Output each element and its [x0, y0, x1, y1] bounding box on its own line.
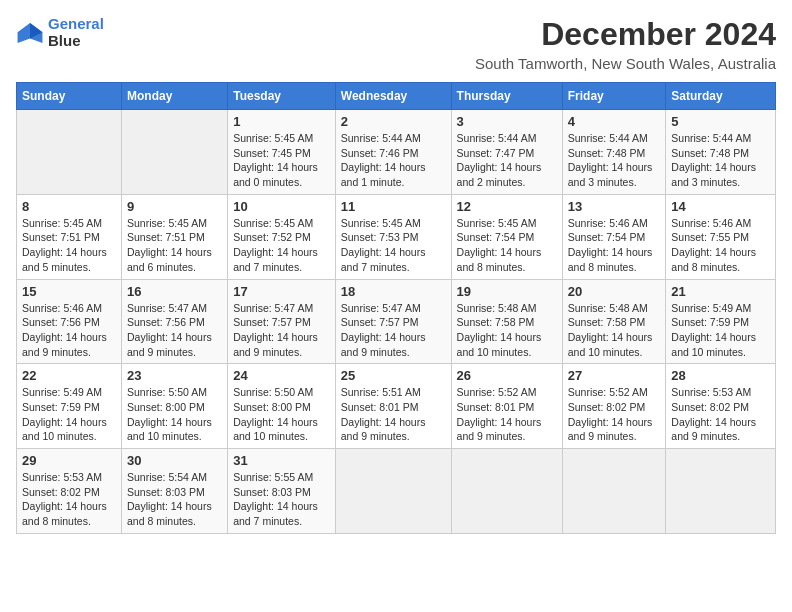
calendar-cell: [17, 110, 122, 195]
calendar-cell: 27 Sunrise: 5:52 AMSunset: 8:02 PMDaylig…: [562, 364, 666, 449]
cell-info: Sunrise: 5:44 AMSunset: 7:48 PMDaylight:…: [671, 131, 770, 190]
calendar-cell: [122, 110, 228, 195]
date-number: 4: [568, 114, 661, 129]
cell-info: Sunrise: 5:47 AMSunset: 7:56 PMDaylight:…: [127, 301, 222, 360]
week-row-3: 15 Sunrise: 5:46 AMSunset: 7:56 PMDaylig…: [17, 279, 776, 364]
header-cell-friday: Friday: [562, 83, 666, 110]
title-area: December 2024 South Tamworth, New South …: [475, 16, 776, 72]
date-number: 24: [233, 368, 330, 383]
calendar-cell: 30 Sunrise: 5:54 AMSunset: 8:03 PMDaylig…: [122, 449, 228, 534]
header-cell-sunday: Sunday: [17, 83, 122, 110]
cell-info: Sunrise: 5:52 AMSunset: 8:01 PMDaylight:…: [457, 385, 557, 444]
cell-info: Sunrise: 5:53 AMSunset: 8:02 PMDaylight:…: [22, 470, 116, 529]
cell-info: Sunrise: 5:48 AMSunset: 7:58 PMDaylight:…: [457, 301, 557, 360]
date-number: 23: [127, 368, 222, 383]
calendar-cell: 9 Sunrise: 5:45 AMSunset: 7:51 PMDayligh…: [122, 194, 228, 279]
cell-info: Sunrise: 5:44 AMSunset: 7:47 PMDaylight:…: [457, 131, 557, 190]
date-number: 11: [341, 199, 446, 214]
date-number: 30: [127, 453, 222, 468]
date-number: 2: [341, 114, 446, 129]
subtitle: South Tamworth, New South Wales, Austral…: [475, 55, 776, 72]
cell-info: Sunrise: 5:48 AMSunset: 7:58 PMDaylight:…: [568, 301, 661, 360]
calendar-cell: 21 Sunrise: 5:49 AMSunset: 7:59 PMDaylig…: [666, 279, 776, 364]
date-number: 22: [22, 368, 116, 383]
date-number: 1: [233, 114, 330, 129]
calendar-cell: 3 Sunrise: 5:44 AMSunset: 7:47 PMDayligh…: [451, 110, 562, 195]
cell-info: Sunrise: 5:44 AMSunset: 7:48 PMDaylight:…: [568, 131, 661, 190]
header-cell-saturday: Saturday: [666, 83, 776, 110]
calendar-cell: 19 Sunrise: 5:48 AMSunset: 7:58 PMDaylig…: [451, 279, 562, 364]
date-number: 13: [568, 199, 661, 214]
calendar-cell: 5 Sunrise: 5:44 AMSunset: 7:48 PMDayligh…: [666, 110, 776, 195]
calendar-table: SundayMondayTuesdayWednesdayThursdayFrid…: [16, 82, 776, 534]
date-number: 27: [568, 368, 661, 383]
week-row-4: 22 Sunrise: 5:49 AMSunset: 7:59 PMDaylig…: [17, 364, 776, 449]
cell-info: Sunrise: 5:54 AMSunset: 8:03 PMDaylight:…: [127, 470, 222, 529]
week-row-2: 8 Sunrise: 5:45 AMSunset: 7:51 PMDayligh…: [17, 194, 776, 279]
date-number: 20: [568, 284, 661, 299]
calendar-cell: 12 Sunrise: 5:45 AMSunset: 7:54 PMDaylig…: [451, 194, 562, 279]
cell-info: Sunrise: 5:50 AMSunset: 8:00 PMDaylight:…: [127, 385, 222, 444]
calendar-cell: [562, 449, 666, 534]
cell-info: Sunrise: 5:45 AMSunset: 7:53 PMDaylight:…: [341, 216, 446, 275]
calendar-cell: 2 Sunrise: 5:44 AMSunset: 7:46 PMDayligh…: [335, 110, 451, 195]
header-cell-tuesday: Tuesday: [228, 83, 336, 110]
calendar-cell: 22 Sunrise: 5:49 AMSunset: 7:59 PMDaylig…: [17, 364, 122, 449]
date-number: 12: [457, 199, 557, 214]
calendar-cell: 23 Sunrise: 5:50 AMSunset: 8:00 PMDaylig…: [122, 364, 228, 449]
cell-info: Sunrise: 5:45 AMSunset: 7:51 PMDaylight:…: [22, 216, 116, 275]
date-number: 14: [671, 199, 770, 214]
cell-info: Sunrise: 5:46 AMSunset: 7:54 PMDaylight:…: [568, 216, 661, 275]
date-number: 31: [233, 453, 330, 468]
date-number: 16: [127, 284, 222, 299]
calendar-cell: 25 Sunrise: 5:51 AMSunset: 8:01 PMDaylig…: [335, 364, 451, 449]
cell-info: Sunrise: 5:49 AMSunset: 7:59 PMDaylight:…: [22, 385, 116, 444]
cell-info: Sunrise: 5:52 AMSunset: 8:02 PMDaylight:…: [568, 385, 661, 444]
calendar-cell: 20 Sunrise: 5:48 AMSunset: 7:58 PMDaylig…: [562, 279, 666, 364]
date-number: 18: [341, 284, 446, 299]
cell-info: Sunrise: 5:45 AMSunset: 7:54 PMDaylight:…: [457, 216, 557, 275]
calendar-cell: 26 Sunrise: 5:52 AMSunset: 8:01 PMDaylig…: [451, 364, 562, 449]
cell-info: Sunrise: 5:55 AMSunset: 8:03 PMDaylight:…: [233, 470, 330, 529]
week-row-5: 29 Sunrise: 5:53 AMSunset: 8:02 PMDaylig…: [17, 449, 776, 534]
date-number: 21: [671, 284, 770, 299]
cell-info: Sunrise: 5:45 AMSunset: 7:45 PMDaylight:…: [233, 131, 330, 190]
calendar-cell: 29 Sunrise: 5:53 AMSunset: 8:02 PMDaylig…: [17, 449, 122, 534]
date-number: 3: [457, 114, 557, 129]
calendar-cell: 13 Sunrise: 5:46 AMSunset: 7:54 PMDaylig…: [562, 194, 666, 279]
cell-info: Sunrise: 5:45 AMSunset: 7:52 PMDaylight:…: [233, 216, 330, 275]
date-number: 9: [127, 199, 222, 214]
logo-text: General Blue: [48, 16, 104, 49]
calendar-cell: 31 Sunrise: 5:55 AMSunset: 8:03 PMDaylig…: [228, 449, 336, 534]
header-cell-thursday: Thursday: [451, 83, 562, 110]
calendar-cell: 15 Sunrise: 5:46 AMSunset: 7:56 PMDaylig…: [17, 279, 122, 364]
calendar-cell: 11 Sunrise: 5:45 AMSunset: 7:53 PMDaylig…: [335, 194, 451, 279]
cell-info: Sunrise: 5:45 AMSunset: 7:51 PMDaylight:…: [127, 216, 222, 275]
logo: General Blue: [16, 16, 104, 49]
date-number: 25: [341, 368, 446, 383]
cell-info: Sunrise: 5:46 AMSunset: 7:56 PMDaylight:…: [22, 301, 116, 360]
main-title: December 2024: [475, 16, 776, 53]
header-cell-wednesday: Wednesday: [335, 83, 451, 110]
date-number: 26: [457, 368, 557, 383]
cell-info: Sunrise: 5:51 AMSunset: 8:01 PMDaylight:…: [341, 385, 446, 444]
date-number: 10: [233, 199, 330, 214]
date-number: 8: [22, 199, 116, 214]
header: General Blue December 2024 South Tamwort…: [16, 16, 776, 72]
calendar-cell: 10 Sunrise: 5:45 AMSunset: 7:52 PMDaylig…: [228, 194, 336, 279]
logo-icon: [16, 21, 44, 45]
calendar-cell: 14 Sunrise: 5:46 AMSunset: 7:55 PMDaylig…: [666, 194, 776, 279]
calendar-cell: [451, 449, 562, 534]
cell-info: Sunrise: 5:47 AMSunset: 7:57 PMDaylight:…: [233, 301, 330, 360]
date-number: 29: [22, 453, 116, 468]
date-number: 28: [671, 368, 770, 383]
calendar-cell: 18 Sunrise: 5:47 AMSunset: 7:57 PMDaylig…: [335, 279, 451, 364]
cell-info: Sunrise: 5:44 AMSunset: 7:46 PMDaylight:…: [341, 131, 446, 190]
cell-info: Sunrise: 5:53 AMSunset: 8:02 PMDaylight:…: [671, 385, 770, 444]
date-number: 17: [233, 284, 330, 299]
calendar-cell: 17 Sunrise: 5:47 AMSunset: 7:57 PMDaylig…: [228, 279, 336, 364]
calendar-cell: 8 Sunrise: 5:45 AMSunset: 7:51 PMDayligh…: [17, 194, 122, 279]
calendar-cell: 16 Sunrise: 5:47 AMSunset: 7:56 PMDaylig…: [122, 279, 228, 364]
calendar-cell: 28 Sunrise: 5:53 AMSunset: 8:02 PMDaylig…: [666, 364, 776, 449]
calendar-cell: 4 Sunrise: 5:44 AMSunset: 7:48 PMDayligh…: [562, 110, 666, 195]
